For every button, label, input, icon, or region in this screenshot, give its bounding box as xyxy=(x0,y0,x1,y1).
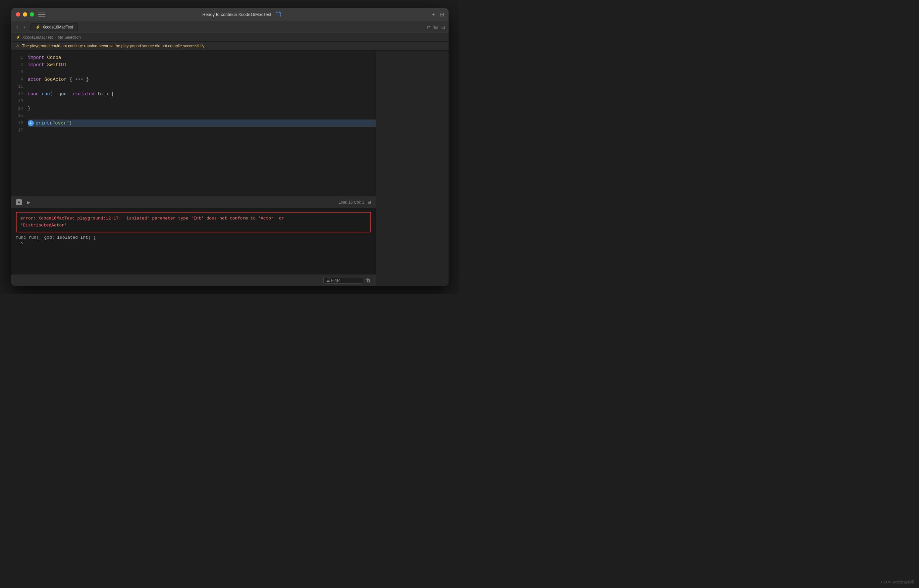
code-closing-brace: } xyxy=(28,105,31,112)
code-line-13 xyxy=(28,98,376,105)
func-print: print xyxy=(36,120,50,127)
sidebar-toggle-icon[interactable] xyxy=(38,11,45,18)
line-numbers: 1 2 3 4 11 12 13 14 15 16 17 xyxy=(11,51,28,196)
minimize-button[interactable] xyxy=(23,12,27,16)
line-num-11: 11 xyxy=(11,83,23,90)
editor-wrapper: 1 2 3 4 11 12 13 14 15 16 17 im xyxy=(11,51,376,286)
line-num-2: 2 xyxy=(11,61,23,68)
fullscreen-button[interactable] xyxy=(30,12,34,16)
code-line-16: print("over") xyxy=(28,120,376,127)
code-line-15 xyxy=(28,112,376,120)
inspector-toggle-icon[interactable]: ⇄ xyxy=(427,24,431,30)
playground-icon: ⚡ xyxy=(36,25,40,29)
clear-console-button[interactable]: 🗑 xyxy=(366,278,371,283)
type-godactor: GodActor xyxy=(44,76,66,83)
warning-bar: ⚠ The playground could not continue runn… xyxy=(11,42,448,51)
editor-settings-icon[interactable]: ⊟ xyxy=(368,200,371,205)
tabbar: ‹ › ⚡ Xcode16MacTest ⇄ ⊞ ⊡ xyxy=(11,21,448,33)
error-box: error: Xcode16MacTest.playground:12:17: … xyxy=(16,212,371,233)
play-button[interactable] xyxy=(26,199,32,205)
code-print-close: ) xyxy=(69,120,71,127)
line-num-17: 17 xyxy=(11,127,23,134)
main-area: 1 2 3 4 11 12 13 14 15 16 17 im xyxy=(11,51,448,286)
forward-button[interactable]: › xyxy=(21,24,27,31)
keyword-isolated: isolated xyxy=(72,90,94,98)
type-cocoa: Cocoa xyxy=(47,54,61,61)
code-line-1: import Cocoa xyxy=(28,54,376,61)
code-area: 1 2 3 4 11 12 13 14 15 16 17 im xyxy=(11,51,376,196)
breadcrumb-selection[interactable]: No Selection xyxy=(58,35,81,40)
xcode-window: Ready to continue Xcode16MacTest + ⊟ ‹ ›… xyxy=(11,8,448,286)
loading-spinner xyxy=(275,11,281,18)
code-line-17 xyxy=(28,127,376,134)
code-content: import Cocoa import SwiftUI actor GodAct… xyxy=(28,51,376,196)
right-panel xyxy=(376,51,448,286)
stop-button[interactable] xyxy=(16,199,22,205)
line-num-4: 4 xyxy=(11,76,23,83)
editor-options-icon[interactable]: ⊞ xyxy=(434,24,438,30)
window-title-area: Ready to continue Xcode16MacTest xyxy=(52,11,432,18)
console-footer: ☰ Filter 🗑 xyxy=(11,274,376,286)
code-params-open: (_ god: xyxy=(50,90,72,98)
code-line-4: actor GodActor { ••• } xyxy=(28,76,376,83)
layout-icon[interactable]: ⊡ xyxy=(441,24,445,30)
line-num-12: 12 xyxy=(11,90,23,98)
code-params-close: Int) { xyxy=(94,90,114,98)
breadcrumb-project-icon: ⚡ xyxy=(16,35,21,39)
bottom-toolbar: Line: 16 Col: 1 ⊟ xyxy=(11,196,376,208)
add-icon[interactable]: + xyxy=(432,11,435,18)
breadcrumb: ⚡ Xcode16MacTest › No Selection xyxy=(11,33,448,42)
breadcrumb-separator: › xyxy=(55,35,56,40)
tab-label: Xcode16MacTest xyxy=(42,25,73,29)
filter-icon: ☰ xyxy=(326,278,330,283)
breadcrumb-project[interactable]: Xcode16MacTest xyxy=(23,35,53,40)
back-button[interactable]: ‹ xyxy=(15,24,20,31)
line-num-1: 1 xyxy=(11,54,23,61)
line-num-14: 14 xyxy=(11,105,23,112)
traffic-lights xyxy=(16,12,34,16)
code-line-2: import SwiftUI xyxy=(28,61,376,68)
code-line-12: func run(_ god: isolated Int) { xyxy=(28,90,376,98)
window-title: Ready to continue Xcode16MacTest xyxy=(202,12,271,17)
close-button[interactable] xyxy=(16,12,20,16)
code-brace-close: } xyxy=(84,76,89,83)
warning-icon: ⚠ xyxy=(16,44,19,48)
line-col-info: Line: 16 Col: 1 xyxy=(338,200,364,205)
line-num-13: 13 xyxy=(11,98,23,105)
code-editor[interactable]: 1 2 3 4 11 12 13 14 15 16 17 im xyxy=(11,51,376,196)
run-line-button[interactable] xyxy=(28,120,34,126)
keyword-import-1: import xyxy=(28,54,44,61)
console-caret-line: ^ xyxy=(16,241,371,246)
bottom-right-info: Line: 16 Col: 1 ⊟ xyxy=(338,200,371,205)
filter-label: Filter xyxy=(331,278,340,283)
code-line-11 xyxy=(28,83,376,90)
nav-buttons: ‹ › xyxy=(15,24,28,31)
tabbar-right-controls: ⇄ ⊞ ⊡ xyxy=(427,24,445,30)
keyword-actor: actor xyxy=(28,76,42,83)
error-line-2: 'DistributedActor' xyxy=(21,222,366,229)
keyword-import-2: import xyxy=(28,61,44,68)
string-over: "over" xyxy=(52,120,69,127)
line-num-15: 15 xyxy=(11,112,23,120)
console-area: error: Xcode16MacTest.playground:12:17: … xyxy=(11,208,376,274)
code-brace-open: { xyxy=(66,76,75,83)
type-swiftui: SwiftUI xyxy=(47,61,66,68)
warning-message: The playground could not continue runnin… xyxy=(22,44,205,48)
titlebar: Ready to continue Xcode16MacTest + ⊟ xyxy=(11,8,448,21)
code-print-open: ( xyxy=(50,120,52,127)
console-code-line: func run(_ god: isolated Int) { xyxy=(16,235,371,240)
func-run: run xyxy=(42,90,50,98)
ellipsis-dots: ••• xyxy=(75,76,83,83)
code-line-14: } xyxy=(28,105,376,112)
code-line-3 xyxy=(28,68,376,76)
titlebar-right-controls: + ⊟ xyxy=(432,11,443,18)
line-num-16: 16 xyxy=(11,120,23,127)
filter-box[interactable]: ☰ Filter xyxy=(324,277,363,284)
keyword-func: func xyxy=(28,90,39,98)
line-num-3: 3 xyxy=(11,68,23,76)
split-view-icon[interactable]: ⊟ xyxy=(440,11,444,18)
active-tab[interactable]: ⚡ Xcode16MacTest xyxy=(31,23,78,31)
error-line-1: error: Xcode16MacTest.playground:12:17: … xyxy=(21,215,366,222)
